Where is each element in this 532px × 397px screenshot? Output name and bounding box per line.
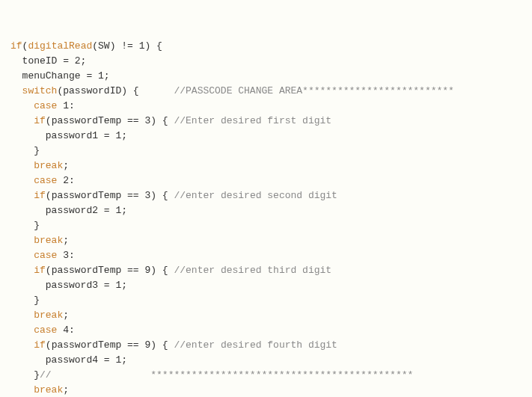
keyword-if: if	[10, 40, 22, 52]
line-2: toneID = 2;	[10, 55, 86, 67]
keyword-case: case	[34, 250, 57, 261]
keyword-break: break	[34, 160, 63, 171]
keyword-if: if	[34, 115, 46, 126]
code-text: 3:	[57, 250, 74, 261]
keyword-switch: switch	[22, 85, 58, 96]
line-12: password2 = 1;	[10, 205, 127, 216]
code-text: ;	[63, 384, 69, 396]
indent	[10, 339, 34, 351]
line-17: password3 = 1;	[10, 280, 127, 291]
indent	[10, 250, 34, 261]
code-text: ;	[63, 310, 69, 321]
keyword-if: if	[34, 339, 46, 351]
code-text: 1:	[57, 100, 74, 111]
code-text: (passwordTemp == 3) {	[46, 115, 174, 126]
indent	[10, 100, 34, 111]
line-8: }	[10, 145, 40, 156]
line-6: if(passwordTemp == 3) { //Enter desired …	[10, 115, 331, 126]
code-text: 4:	[57, 324, 74, 336]
line-22: password4 = 1;	[10, 354, 127, 366]
keyword-break: break	[34, 384, 63, 396]
comment: //PASSCODE CHANGE AREA******************…	[174, 85, 453, 96]
indent	[10, 310, 34, 321]
code-text: (passwordTemp == 9) {	[46, 265, 174, 276]
line-21: if(passwordTemp == 9) { //enter desired …	[10, 339, 337, 351]
indent	[10, 190, 34, 201]
indent	[10, 384, 34, 396]
line-7: password1 = 1;	[10, 130, 127, 141]
line-13: }	[10, 220, 40, 231]
function-call: digitalRead	[28, 40, 92, 52]
comment: //enter desired fourth digit	[174, 339, 337, 351]
keyword-break: break	[34, 235, 63, 246]
indent	[10, 324, 34, 336]
keyword-case: case	[34, 324, 57, 336]
line-9: break;	[10, 160, 69, 171]
code-text: 2:	[57, 175, 74, 186]
code-block: if(digitalRead(SW) != 1) { toneID = 2; m…	[10, 39, 522, 397]
comment: //enter desired second digit	[174, 190, 337, 201]
line-19: break;	[10, 310, 69, 321]
line-24: break;	[10, 384, 69, 396]
code-text: }	[10, 369, 40, 381]
line-5: case 1:	[10, 100, 75, 111]
line-20: case 4:	[10, 324, 75, 336]
line-4: switch(passwordID) { //PASSCODE CHANGE A…	[10, 85, 454, 96]
code-text: ;	[63, 235, 69, 246]
indent	[10, 235, 34, 246]
line-16: if(passwordTemp == 9) { //enter desired …	[10, 265, 331, 276]
code-text: ;	[63, 160, 69, 171]
indent	[10, 265, 34, 276]
indent	[10, 160, 34, 171]
line-15: case 3:	[10, 250, 75, 261]
comment: //enter desired third digit	[174, 265, 331, 276]
indent	[10, 85, 22, 96]
line-11: if(passwordTemp == 3) { //enter desired …	[10, 190, 337, 201]
line-18: }	[10, 295, 40, 306]
keyword-case: case	[34, 100, 57, 111]
indent	[10, 115, 34, 126]
indent	[10, 175, 34, 186]
line-1: if(digitalRead(SW) != 1) {	[10, 40, 162, 52]
code-text: (passwordID) {	[57, 85, 174, 96]
line-14: break;	[10, 235, 69, 246]
line-3: menuChange = 1;	[10, 70, 110, 81]
comment: // *************************************…	[40, 369, 413, 381]
keyword-break: break	[34, 310, 63, 321]
comment: //Enter desired first digit	[174, 115, 331, 126]
code-text: (passwordTemp == 9) {	[46, 339, 174, 351]
code-text: (SW) != 1) {	[92, 40, 162, 52]
keyword-case: case	[34, 175, 57, 186]
line-10: case 2:	[10, 175, 75, 186]
line-23: }// ************************************…	[10, 369, 413, 381]
code-text: (passwordTemp == 3) {	[46, 190, 174, 201]
keyword-if: if	[34, 265, 46, 276]
keyword-if: if	[34, 190, 46, 201]
